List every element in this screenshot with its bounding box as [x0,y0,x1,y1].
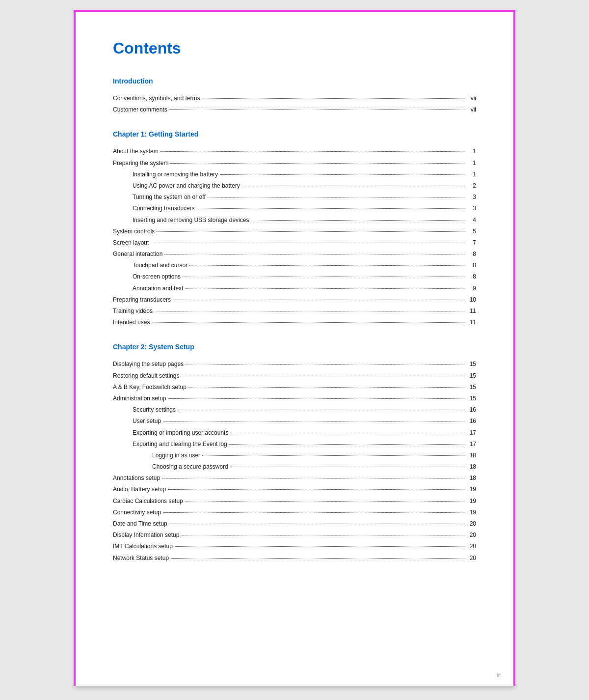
toc-entry: A & B Key, Footswitch setup15 [113,383,476,392]
toc-entry: Choosing a secure password18 [113,462,476,472]
toc-entry-page: 18 [466,474,476,483]
footer-page-number: iii [497,672,501,678]
toc-entry-dots [251,220,464,221]
section-heading-chapter2: Chapter 2: System Setup [113,343,476,351]
toc-entry: About the system1 [113,147,476,156]
toc-entry: Turning the system on or off3 [113,193,476,202]
page-container: Contents IntroductionConventions, symbol… [74,10,515,688]
toc-entry-dots [168,398,464,399]
toc-entry-dots [185,501,464,502]
toc-entry: Displaying the setup pages15 [113,360,476,369]
toc-entry-page: 10 [466,295,476,305]
toc-entry: Intended uses11 [113,318,476,327]
toc-entry: Audio, Battery setup19 [113,485,476,494]
toc-entry-dots [202,98,464,99]
toc-entry-label: Conventions, symbols, and terms [113,94,200,103]
toc-entry-page: vii [466,105,476,114]
toc-entry-page: 20 [466,531,476,540]
toc-entry-label: Inserting and removing USB storage devic… [113,216,249,225]
toc-entry-dots [230,433,464,433]
toc-entry: Display Information setup20 [113,531,476,540]
toc-entry-page: 18 [466,462,476,472]
toc-entry: Network Status setup20 [113,554,476,563]
toc-entry-dots [164,254,464,254]
toc-entry-dots [152,322,464,323]
toc-entry-label: Security settings [113,405,176,415]
toc-entry-page: vii [466,94,476,103]
toc-entry-label: Using AC power and charging the battery [113,181,240,191]
toc-entry-label: Administration setup [113,394,166,403]
border-left [74,10,76,688]
toc-entry-label: Training videos [113,307,153,316]
toc-entry-page: 20 [466,519,476,529]
toc-entry: Annotation and text9 [113,284,476,293]
toc-entry-page: 11 [466,307,476,316]
toc-entry-dots [230,467,464,467]
toc-entry-page: 15 [466,394,476,403]
toc-entry-dots [175,546,464,547]
toc-entry-dots [181,535,464,535]
toc-entry-page: 3 [466,193,476,202]
toc-entry: Logging in as user18 [113,451,476,460]
toc-entry: Conventions, symbols, and termsvii [113,94,476,103]
toc-entry-label: Customer comments [113,105,167,114]
toc-entry-page: 15 [466,360,476,369]
toc-entry-page: 2 [466,181,476,191]
toc-entry: Touchpad and cursor8 [113,261,476,270]
toc-entry-label: Screen layout [113,238,149,248]
toc-entry-dots [208,197,464,197]
toc-entry-page: 17 [466,440,476,449]
toc-entry-label: Display Information setup [113,531,179,540]
toc-entry-dots [173,300,464,300]
toc-entry: Connecting transducers3 [113,204,476,213]
toc-entry-page: 20 [466,542,476,551]
toc-entry-dots [178,410,464,410]
section-heading-introduction: Introduction [113,77,476,85]
toc-entry-page: 18 [466,451,476,460]
toc-entry-page: 15 [466,383,476,392]
toc-entry-dots [202,455,464,456]
toc-entry: General interaction8 [113,250,476,259]
toc-entry-page: 16 [466,417,476,426]
toc-entry-page: 7 [466,238,476,248]
page-title: Contents [113,39,476,57]
toc-entry-dots [183,277,464,277]
toc-entry-dots [185,288,464,289]
toc-entry: Installing or removing the battery1 [113,170,476,179]
toc-entry-dots [197,208,464,209]
page-footer: iii [497,672,501,678]
toc-entry-label: Exporting and clearing the Event log [113,440,227,449]
border-right [513,10,515,688]
toc-entry-page: 8 [466,272,476,281]
toc-entry: Customer commentsvii [113,105,476,114]
toc-entry-label: Date and Time setup [113,519,167,529]
toc-entry-label: Displaying the setup pages [113,360,184,369]
toc-entry-page: 11 [466,318,476,327]
toc-entry-dots [181,376,464,376]
toc-entry-label: Annotation and text [113,284,183,293]
toc-entry: Security settings16 [113,405,476,415]
toc-entry-label: Turning the system on or off [113,193,206,202]
toc-entry-dots [168,489,464,490]
toc-entry-label: Annotations setup [113,474,160,483]
toc-entry: Exporting or importing user accounts17 [113,428,476,438]
toc-entry-label: Logging in as user [113,451,200,460]
toc-entry: Inserting and removing USB storage devic… [113,216,476,225]
toc-entry-page: 16 [466,405,476,415]
toc-entry-label: On-screen options [113,272,181,281]
toc-entry-label: General interaction [113,250,162,259]
toc-entry-label: IMT Calculations setup [113,542,173,551]
toc-entry: System controls5 [113,227,476,236]
toc-entry-label: Choosing a secure password [113,462,228,472]
toc-entry: Using AC power and charging the battery2 [113,181,476,191]
toc-entry-page: 3 [466,204,476,213]
toc-entry-dots [169,524,464,524]
toc-entry-label: Preparing transducers [113,295,171,305]
border-bottom [74,686,515,688]
toc-entry: IMT Calculations setup20 [113,542,476,551]
toc-entry-page: 20 [466,554,476,563]
toc-entry: Cardiac Calculations setup19 [113,497,476,506]
toc-entry: Date and Time setup20 [113,519,476,529]
toc-entry-label: System controls [113,227,155,236]
toc-entry-dots [171,558,464,559]
